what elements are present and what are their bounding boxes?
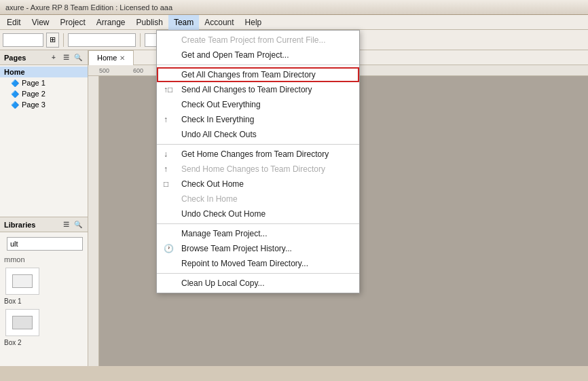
team-dropdown-menu: Create Team Project from Current File...… xyxy=(156,30,360,293)
page-icon-1: 🔷 xyxy=(11,79,19,87)
menu-help[interactable]: Help xyxy=(240,15,268,30)
pages-title: Pages xyxy=(4,54,26,62)
page-item-3[interactable]: 🔷 Page 3 xyxy=(0,99,88,110)
box2-shape xyxy=(12,316,33,329)
menu-get-all-changes[interactable]: Get All Changes from Team Directory xyxy=(157,67,359,82)
create-team-project-label: Create Team Project from Current File... xyxy=(181,35,326,45)
toolbar-input-1[interactable] xyxy=(3,33,43,47)
separator-1 xyxy=(157,65,359,65)
check-out-everything-label: Check Out Everything xyxy=(181,100,261,109)
page-item-1[interactable]: 🔷 Page 1 xyxy=(0,77,88,88)
page-label-3: Page 3 xyxy=(22,101,45,109)
lib-dropdown-container: ult Default xyxy=(0,232,88,255)
pages-header: Pages + ☰ 🔍 xyxy=(0,50,88,65)
separator-2 xyxy=(157,144,359,145)
menu-check-out-everything[interactable]: Check Out Everything xyxy=(157,97,359,112)
menu-manage-team-project[interactable]: Manage Team Project... xyxy=(157,226,359,241)
pages-header-icons: + ☰ 🔍 xyxy=(48,52,84,63)
send-home-changes-label: Send Home Changes to Team Directory xyxy=(181,164,325,174)
browse-history-icon: 🕐 xyxy=(164,244,174,253)
menu-arrange[interactable]: Arrange xyxy=(91,15,131,30)
check-in-icon: ↑ xyxy=(164,115,168,124)
team-dropdown-overlay: Create Team Project from Current File...… xyxy=(156,30,360,293)
pages-menu-icon[interactable]: ☰ xyxy=(60,52,71,63)
menu-undo-all-checkouts[interactable]: Undo All Check Outs xyxy=(157,127,359,142)
check-in-home-label: Check In Home xyxy=(181,194,238,204)
page-label-2: Page 2 xyxy=(22,90,45,98)
browse-history-label: Browse Team Project History... xyxy=(181,244,292,253)
get-home-changes-label: Get Home Changes from Team Directory xyxy=(181,149,329,159)
lib-item-box1-label: Box 1 xyxy=(4,297,22,305)
repoint-label: Repoint to Moved Team Directory... xyxy=(181,259,308,268)
send-all-changes-label: Send All Changes to Team Directory xyxy=(181,85,312,94)
lib-menu-icon[interactable]: ☰ xyxy=(60,219,71,230)
page-item-2[interactable]: 🔷 Page 2 xyxy=(0,88,88,99)
send-home-icon: ↑ xyxy=(164,164,168,174)
pages-add-icon[interactable]: + xyxy=(48,52,59,63)
menu-repoint[interactable]: Repoint to Moved Team Directory... xyxy=(157,256,359,271)
menu-undo-checkout-home[interactable]: Undo Check Out Home xyxy=(157,206,359,221)
ruler-mark-500: 500 xyxy=(99,67,133,74)
menu-publish[interactable]: Publish xyxy=(131,15,168,30)
title-text: axure - Axure RP 8 Team Edition : Licens… xyxy=(5,3,172,12)
lib-item-box1[interactable] xyxy=(5,268,39,295)
page-icon-2: 🔷 xyxy=(11,90,19,98)
left-panel: Pages + ☰ 🔍 Home 🔷 Page 1 🔷 Page 2 xyxy=(0,50,88,366)
get-home-icon: ↓ xyxy=(164,149,168,159)
menu-browse-history[interactable]: 🕐 Browse Team Project History... xyxy=(157,241,359,256)
clean-up-label: Clean Up Local Copy... xyxy=(181,278,265,288)
lib-group-label: mmon xyxy=(0,255,88,264)
menu-get-home-changes[interactable]: ↓ Get Home Changes from Team Directory xyxy=(157,147,359,162)
toolbar-sep-1 xyxy=(63,33,64,47)
page-label-1: Page 1 xyxy=(22,79,45,87)
pages-search-icon[interactable]: 🔍 xyxy=(73,52,84,63)
menu-get-open-team-project[interactable]: Get and Open Team Project... xyxy=(157,48,359,62)
manage-team-project-label: Manage Team Project... xyxy=(181,229,268,238)
lib-item-box2[interactable] xyxy=(5,309,39,336)
check-in-everything-label: Check In Everything xyxy=(181,115,254,124)
check-out-home-icon: □ xyxy=(164,179,168,189)
close-icon[interactable]: ✕ xyxy=(120,54,125,62)
libraries-header: Libraries ☰ 🔍 xyxy=(0,217,88,232)
undo-all-checkouts-label: Undo All Check Outs xyxy=(181,130,257,139)
separator-4 xyxy=(157,273,359,274)
pages-home-group[interactable]: Home xyxy=(0,67,88,77)
canvas-tab-home[interactable]: Home ✕ xyxy=(88,50,134,65)
menu-create-team-project[interactable]: Create Team Project from Current File... xyxy=(157,33,359,48)
canvas-tab-label: Home xyxy=(97,54,117,62)
check-out-home-label: Check Out Home xyxy=(181,179,244,189)
lib-content: Box 1 Box 2 xyxy=(0,264,88,349)
lib-item-box2-label: Box 2 xyxy=(4,339,22,346)
menu-clean-up[interactable]: Clean Up Local Copy... xyxy=(157,276,359,291)
toolbar-btn-1[interactable]: ⊞ xyxy=(46,33,59,48)
menu-check-in-home[interactable]: Check In Home xyxy=(157,192,359,206)
menu-account[interactable]: Account xyxy=(199,15,239,30)
menu-send-all-changes[interactable]: ↑□ Send All Changes to Team Directory xyxy=(157,82,359,97)
get-open-team-project-label: Get and Open Team Project... xyxy=(181,50,289,60)
ruler-left xyxy=(88,76,99,366)
pages-list: Home 🔷 Page 1 🔷 Page 2 🔷 Page 3 xyxy=(0,65,88,217)
menu-edit[interactable]: Edit xyxy=(1,15,26,30)
box1-shape xyxy=(12,274,33,288)
font-name-input[interactable]: Arial xyxy=(68,33,136,47)
pages-panel: Pages + ☰ 🔍 Home 🔷 Page 1 🔷 Page 2 xyxy=(0,50,88,217)
toolbar-sep-2 xyxy=(140,33,141,47)
page-icon-3: 🔷 xyxy=(11,101,19,109)
separator-3 xyxy=(157,223,359,224)
send-all-icon: ↑□ xyxy=(164,85,172,94)
menu-team[interactable]: Team xyxy=(168,15,199,30)
menu-check-in-everything[interactable]: ↑ Check In Everything xyxy=(157,112,359,127)
title-bar: axure - Axure RP 8 Team Edition : Licens… xyxy=(0,0,588,15)
libraries-title: Libraries xyxy=(4,221,35,229)
menu-bar: Edit View Project Arrange Publish Team A… xyxy=(0,15,588,30)
menu-view[interactable]: View xyxy=(26,15,55,30)
libraries-section: Libraries ☰ 🔍 ult Default mmon xyxy=(0,217,88,366)
lib-dropdown[interactable]: ult Default xyxy=(7,237,83,251)
get-all-changes-label: Get All Changes from Team Directory xyxy=(181,70,316,79)
undo-checkout-home-label: Undo Check Out Home xyxy=(181,209,265,219)
menu-check-out-home[interactable]: □ Check Out Home xyxy=(157,177,359,192)
lib-header-icons: ☰ 🔍 xyxy=(60,219,84,230)
lib-search-icon[interactable]: 🔍 xyxy=(73,219,84,230)
menu-project[interactable]: Project xyxy=(54,15,90,30)
menu-send-home-changes[interactable]: ↑ Send Home Changes to Team Directory xyxy=(157,162,359,177)
